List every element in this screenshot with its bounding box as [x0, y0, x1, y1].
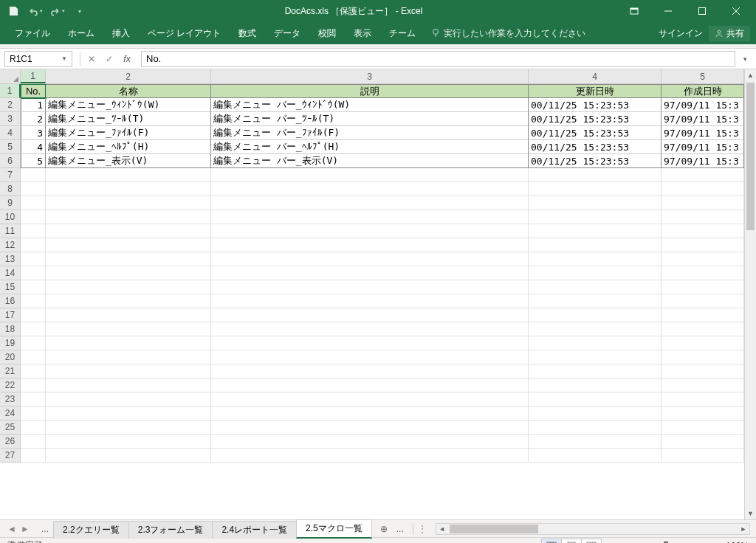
cell[interactable]: [211, 392, 529, 407]
select-all-corner[interactable]: [0, 69, 21, 83]
row-header[interactable]: 24: [0, 407, 21, 421]
cell[interactable]: [662, 364, 744, 378]
zoom-in-button[interactable]: +: [708, 540, 720, 544]
sheet-nav-prev[interactable]: ◄: [6, 522, 18, 536]
cell[interactable]: [21, 182, 46, 196]
tab-review[interactable]: 校閲: [309, 22, 345, 44]
cell-upd[interactable]: 00/11/25 15:23:53: [529, 112, 662, 126]
tellme-search[interactable]: 実行したい作業を入力してください: [430, 27, 585, 40]
formula-input[interactable]: No.: [141, 51, 735, 67]
cell[interactable]: [46, 364, 211, 378]
sheet-tab[interactable]: 2.3フォーム一覧: [128, 521, 213, 539]
cell[interactable]: [211, 280, 529, 294]
cell[interactable]: [529, 238, 662, 252]
cell[interactable]: [662, 392, 744, 407]
cell[interactable]: [662, 407, 744, 421]
tab-insert[interactable]: 挿入: [103, 22, 139, 44]
insert-function-button[interactable]: fx: [119, 51, 135, 67]
share-button[interactable]: 共有: [709, 26, 750, 41]
undo-button[interactable]: ▾: [25, 2, 46, 20]
row-header[interactable]: 5: [0, 140, 21, 154]
qat-customize[interactable]: ▾: [69, 2, 90, 20]
cell[interactable]: [21, 378, 46, 392]
cell[interactable]: [529, 336, 662, 350]
cell-crt[interactable]: 97/09/11 15:3: [662, 126, 744, 140]
cell[interactable]: [211, 224, 529, 238]
cell[interactable]: [211, 238, 529, 252]
cell[interactable]: [21, 238, 46, 252]
row-header[interactable]: 1: [0, 84, 21, 98]
cell[interactable]: [211, 378, 529, 392]
cell[interactable]: [529, 378, 662, 392]
cell[interactable]: [529, 350, 662, 364]
minimize-button[interactable]: [651, 0, 685, 22]
cell[interactable]: [529, 435, 662, 449]
sheet-overflow[interactable]: ...: [37, 524, 53, 534]
row-header[interactable]: 3: [0, 112, 21, 126]
redo-button[interactable]: ▾: [47, 2, 68, 20]
cell[interactable]: [21, 224, 46, 238]
cell[interactable]: [211, 449, 529, 463]
cell[interactable]: [211, 210, 529, 224]
cell-no[interactable]: 5: [21, 154, 46, 168]
ribbon-display-button[interactable]: [617, 0, 651, 22]
row-header[interactable]: 25: [0, 421, 21, 435]
cell[interactable]: [211, 308, 529, 322]
formula-expand-button[interactable]: ▾: [738, 51, 752, 67]
cell[interactable]: [211, 294, 529, 308]
cell[interactable]: [662, 182, 744, 196]
row-header[interactable]: 23: [0, 392, 21, 407]
cell[interactable]: [662, 449, 744, 463]
close-button[interactable]: [719, 0, 753, 22]
cell[interactable]: [21, 196, 46, 210]
cell[interactable]: [529, 168, 662, 182]
row-header[interactable]: 22: [0, 378, 21, 392]
cell-crt[interactable]: 97/09/11 15:3: [662, 154, 744, 168]
cell[interactable]: [46, 168, 211, 182]
cell[interactable]: [46, 266, 211, 280]
cell-upd[interactable]: 00/11/25 15:23:53: [529, 140, 662, 154]
row-header[interactable]: 16: [0, 294, 21, 308]
cell[interactable]: [21, 336, 46, 350]
cell[interactable]: [211, 252, 529, 266]
cell[interactable]: [21, 168, 46, 182]
col-header-4[interactable]: 4: [529, 69, 662, 83]
cell-desc[interactable]: 編集メニュー バー_ﾌｧｲﾙ(F): [211, 126, 529, 140]
cell[interactable]: [21, 252, 46, 266]
cell-no[interactable]: 4: [21, 140, 46, 154]
cell[interactable]: [46, 407, 211, 421]
scroll-up-button[interactable]: ▲: [745, 69, 756, 81]
row-header[interactable]: 6: [0, 154, 21, 168]
cell[interactable]: [21, 392, 46, 407]
row-header[interactable]: 19: [0, 336, 21, 350]
cell[interactable]: [662, 168, 744, 182]
cell[interactable]: [46, 294, 211, 308]
cell-no[interactable]: 1: [21, 98, 46, 112]
cell[interactable]: [46, 392, 211, 407]
cell[interactable]: [46, 280, 211, 294]
cell[interactable]: [662, 252, 744, 266]
cell[interactable]: [529, 322, 662, 336]
cell[interactable]: [46, 196, 211, 210]
sheet-overflow-right[interactable]: ...: [392, 524, 408, 534]
cell[interactable]: [211, 336, 529, 350]
cell[interactable]: [529, 421, 662, 435]
scroll-thumb[interactable]: [746, 83, 755, 230]
cell[interactable]: [21, 294, 46, 308]
row-header[interactable]: 2: [0, 98, 21, 112]
cell[interactable]: [529, 308, 662, 322]
row-header[interactable]: 18: [0, 322, 21, 336]
row-header[interactable]: 10: [0, 210, 21, 224]
cell[interactable]: [529, 407, 662, 421]
tab-file[interactable]: ファイル: [6, 22, 59, 44]
cell[interactable]: [46, 182, 211, 196]
col-header-2[interactable]: 2: [46, 69, 211, 83]
cell[interactable]: [211, 168, 529, 182]
cell[interactable]: [211, 266, 529, 280]
cell[interactable]: [21, 435, 46, 449]
cell[interactable]: [21, 308, 46, 322]
cell[interactable]: [211, 350, 529, 364]
cell[interactable]: [529, 364, 662, 378]
cell[interactable]: [21, 280, 46, 294]
row-header[interactable]: 26: [0, 435, 21, 449]
